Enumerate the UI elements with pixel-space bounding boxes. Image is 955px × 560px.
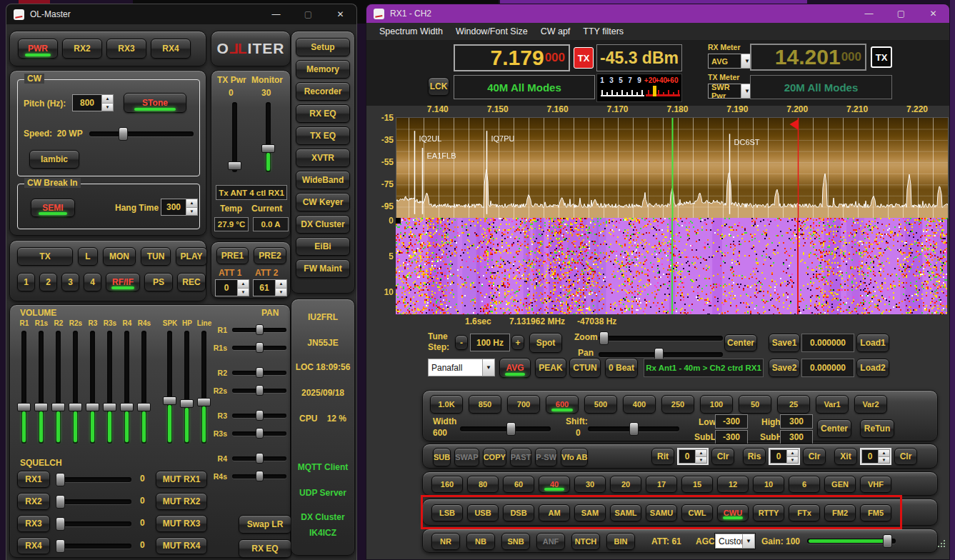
tx-row-mon[interactable]: MON (103, 247, 136, 266)
dsp-row-nb[interactable]: NB (466, 533, 495, 550)
slider-thumb[interactable] (261, 144, 275, 153)
load1-button[interactable]: Load1 (856, 334, 889, 352)
pre1-button[interactable]: PRE1 (216, 247, 249, 264)
rx-eq-button[interactable]: RX EQ (239, 539, 291, 558)
squelch-rx2-slider[interactable] (56, 499, 131, 504)
slider-thumb[interactable] (17, 403, 31, 411)
spot-button[interactable]: Spot (529, 333, 562, 353)
squelch-rx1-slider[interactable] (56, 477, 131, 482)
dsp-row-bin[interactable]: BIN (606, 533, 635, 550)
mode-row-fm5[interactable]: FM5 (860, 504, 891, 521)
semi-button[interactable]: SEMI (31, 199, 75, 217)
resize-grip[interactable] (938, 546, 945, 553)
volume-slider-r2[interactable]: R2 (50, 319, 67, 449)
subl-value[interactable]: -300 (715, 430, 748, 444)
maximize-button[interactable]: ▢ (292, 4, 324, 24)
mute-rx3-button[interactable]: MUT RX3 (156, 515, 207, 532)
stone-button[interactable]: STone (124, 93, 186, 113)
tx-meter-select[interactable]: SWR Pwr▼ (708, 84, 754, 99)
band-row-15[interactable]: 15 (681, 476, 713, 493)
band-row-30[interactable]: 30 (574, 476, 606, 493)
side-button-column-setup[interactable]: Setup (296, 38, 350, 56)
rx-select-row-ps[interactable]: PS (144, 273, 173, 291)
ris-clear-button[interactable]: Clr (803, 448, 826, 465)
xit-clear-button[interactable]: Clr (894, 448, 917, 465)
mute-rx4-button[interactable]: MUT RX4 (156, 537, 207, 554)
slider-thumb[interactable] (56, 539, 65, 553)
rit-button[interactable]: Rit (651, 448, 674, 465)
filter-center-button[interactable]: Center (817, 419, 851, 438)
slider-thumb[interactable] (56, 473, 65, 486)
rx-select-row-2[interactable]: 2 (39, 273, 57, 291)
zero-beat-button[interactable]: 0 Beat (605, 358, 638, 378)
ris-spinner[interactable]: 0▲▼ (769, 448, 800, 465)
volume-slider-spk[interactable]: SPK (161, 319, 179, 449)
mute-rx1-button[interactable]: MUT RX1 (156, 471, 207, 488)
display-mode-select[interactable]: Panafall▼ (428, 359, 495, 376)
pan-slider-r3[interactable]: R3 (209, 408, 289, 423)
filter-width-row-700[interactable]: 700 (507, 395, 540, 414)
slider-thumb[interactable] (119, 127, 128, 141)
peak-button[interactable]: PEAK (535, 358, 566, 378)
slider-thumb[interactable] (34, 403, 48, 411)
waterfall-display[interactable] (396, 218, 947, 314)
band-row-20[interactable]: 20 (610, 476, 641, 493)
mode-row-rtty[interactable]: RTTY (753, 504, 784, 521)
menu-cw-apf[interactable]: CW apf (539, 26, 572, 36)
slider-thumb[interactable] (256, 428, 264, 439)
filter-width-row-100[interactable]: 100 (700, 395, 733, 414)
filter-width-row-400[interactable]: 400 (623, 395, 656, 414)
pan-slider-r2[interactable]: R2 (209, 365, 289, 380)
xit-spinner[interactable]: 0▲▼ (860, 448, 891, 465)
slider-thumb[interactable] (86, 403, 99, 411)
filter-width-row-600[interactable]: 600 (546, 395, 579, 414)
tx-row-play[interactable]: PLAY (176, 247, 207, 266)
pan-slider[interactable] (599, 352, 723, 357)
retun-button[interactable]: ReTun (860, 419, 894, 438)
vfo-a-tx-button[interactable]: TX (574, 47, 594, 69)
slider-thumb[interactable] (103, 403, 116, 411)
vfo-ops-row-copy[interactable]: COPY (483, 448, 506, 466)
width-slider[interactable] (460, 426, 551, 431)
power-row-rx4[interactable]: RX4 (151, 39, 191, 59)
slider-thumb[interactable] (506, 422, 516, 436)
rx-select-row-1[interactable]: 1 (17, 273, 35, 291)
mode-row-lsb[interactable]: LSB (431, 504, 463, 521)
mode-row-saml[interactable]: SAML (610, 504, 641, 521)
low-value[interactable]: -300 (715, 414, 748, 429)
monitor-slider[interactable] (266, 102, 271, 172)
vfo-ops-row-psw[interactable]: P-SW (535, 448, 557, 466)
band-row-vhf[interactable]: VHF (860, 476, 891, 493)
txpwr-slider[interactable] (232, 102, 237, 172)
side-button-column-cwkeyer[interactable]: CW Keyer (296, 193, 350, 211)
mode-row-ftx[interactable]: FTx (789, 504, 820, 521)
side-button-column-wideband[interactable]: WideBand (296, 171, 350, 189)
rx-select-row-rec[interactable]: REC (177, 273, 206, 291)
mode-row-cwl[interactable]: CWL (681, 504, 713, 521)
side-button-column-dxcluster[interactable]: DX Cluster (296, 215, 350, 234)
filter-width-row-850[interactable]: 850 (469, 395, 501, 414)
slider-thumb[interactable] (56, 495, 65, 509)
slider-thumb[interactable] (137, 403, 151, 411)
filter-width-row-var2[interactable]: Var2 (854, 395, 887, 414)
squelch-rx1-button[interactable]: RX1 (17, 471, 50, 488)
zoom-slider[interactable] (599, 336, 723, 341)
volume-slider-r1s[interactable]: R1s (33, 319, 50, 449)
swap-lr-button[interactable]: Swap LR (239, 515, 291, 534)
vfo-ops-row-swap[interactable]: SWAP (454, 448, 479, 466)
att2-spinner[interactable]: 61▲▼ (253, 279, 287, 296)
side-button-column-rxeq[interactable]: RX EQ (296, 104, 350, 123)
vfo-b-tx-button[interactable]: TX (871, 46, 892, 68)
slider-thumb[interactable] (599, 331, 609, 345)
xit-button[interactable]: Xit (834, 448, 857, 465)
vfo-b-display[interactable]: 14.201000 (750, 44, 866, 71)
band-row-gen[interactable]: GEN (824, 476, 856, 493)
rx-select-row-3[interactable]: 3 (61, 273, 79, 291)
squelch-rx2-button[interactable]: RX2 (17, 493, 50, 510)
squelch-rx3-button[interactable]: RX3 (17, 515, 50, 532)
slider-thumb[interactable] (69, 403, 82, 411)
filter-width-row-var1[interactable]: Var1 (816, 395, 849, 414)
squelch-rx4-slider[interactable] (56, 544, 131, 549)
pan-slider-r4[interactable]: R4 (209, 451, 289, 466)
filter-width-row-50[interactable]: 50 (739, 395, 771, 414)
